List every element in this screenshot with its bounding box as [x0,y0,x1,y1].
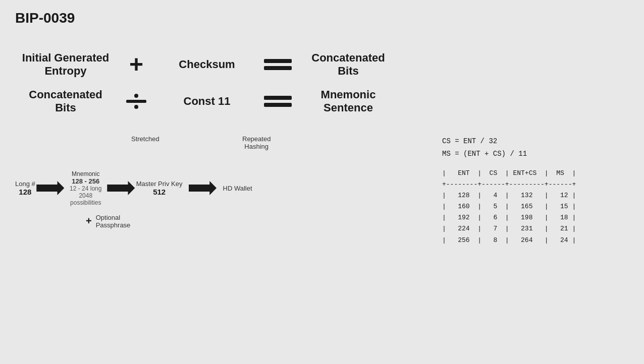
mnemonic-detail2: 2048 [79,192,92,199]
equals-bar-bottom-2 [264,103,292,107]
mnemonic-detail1: 12 - 24 long [70,185,101,192]
arrow-shape-1 [36,181,64,195]
optional-passphrase-row: + OptionalPassphrase [86,214,432,229]
eq1-equals [257,59,298,70]
long-hash-node: Long # 128 [15,180,35,196]
long-hash-value: 128 [19,188,31,196]
page-title: BIP-0039 [15,10,629,26]
arrow-shape-2 [107,181,135,195]
eq1-term2: Checksum [156,58,257,71]
equation-row-1: Initial GeneratedEntropy + Checksum Conc… [15,51,629,78]
flow-area: Stretched RepeatedHashing Long # 128 Mne… [15,135,432,246]
divide-icon [126,94,146,109]
plus-small-icon: + [86,215,92,227]
stretched-label: Stretched [131,135,159,143]
long-hash-label: Long # [15,180,35,188]
equals-bar-top-2 [264,96,292,100]
divide-dot-top [134,94,138,98]
eq2-result: MnemonicSentence [298,88,399,115]
plus-icon: + [129,52,143,77]
eq1-term1: Initial GeneratedEntropy [15,51,116,78]
mnemonic-detail3: possibilities [70,199,101,206]
arrow-shape-3 [189,181,217,195]
formula-line2: MS = (ENT + CS) / 11 [442,148,629,160]
optional-passphrase-label: OptionalPassphrase [96,214,131,229]
arrow-3 [183,180,223,196]
flow-row: Long # 128 Mnemonic 128 - 256 12 - 24 lo… [15,170,432,206]
repeated-label: RepeatedHashing [242,135,271,150]
right-panel: CS = ENT / 32 MS = (ENT + CS) / 11 | ENT… [442,135,629,246]
hd-wallet-label: HD Wallet [223,185,252,192]
arrow-1 [35,180,66,196]
page: BIP-0039 Initial GeneratedEntropy + Chec… [0,0,644,364]
mnemonic-label: Mnemonic [72,170,99,177]
eq2-operator [116,94,156,109]
master-key-node: Master Priv Key 512 [136,180,183,196]
equations-section: Initial GeneratedEntropy + Checksum Conc… [15,41,629,115]
formulas: CS = ENT / 32 MS = (ENT + CS) / 11 [442,135,629,160]
divide-dot-bottom [134,105,138,109]
master-key-label: Master Priv Key [136,180,183,188]
mnemonic-box: Mnemonic 128 - 256 12 - 24 long 2048 pos… [66,170,106,206]
ascii-table: | ENT | CS | ENT+CS | MS | +--------+---… [442,168,629,246]
equals-bar-top [264,59,292,63]
eq2-equals [257,96,298,107]
mnemonic-range: 128 - 256 [72,177,99,185]
master-key-value: 512 [153,188,166,196]
eq2-term1: ConcatenatedBits [15,88,116,115]
eq2-term2: Const 11 [156,95,257,108]
arrow-2 [106,180,136,196]
eq1-result: ConcatenatedBits [298,51,399,78]
formula-line1: CS = ENT / 32 [442,135,629,148]
divide-bar [126,100,146,103]
bottom-section: Stretched RepeatedHashing Long # 128 Mne… [15,135,629,246]
hd-wallet-node: HD Wallet [223,185,252,192]
equation-row-2: ConcatenatedBits Const 11 MnemonicSenten… [15,88,629,115]
equals-bar-bottom [264,66,292,70]
eq1-operator: + [116,52,156,77]
flow-labels: Stretched RepeatedHashing [15,135,432,150]
